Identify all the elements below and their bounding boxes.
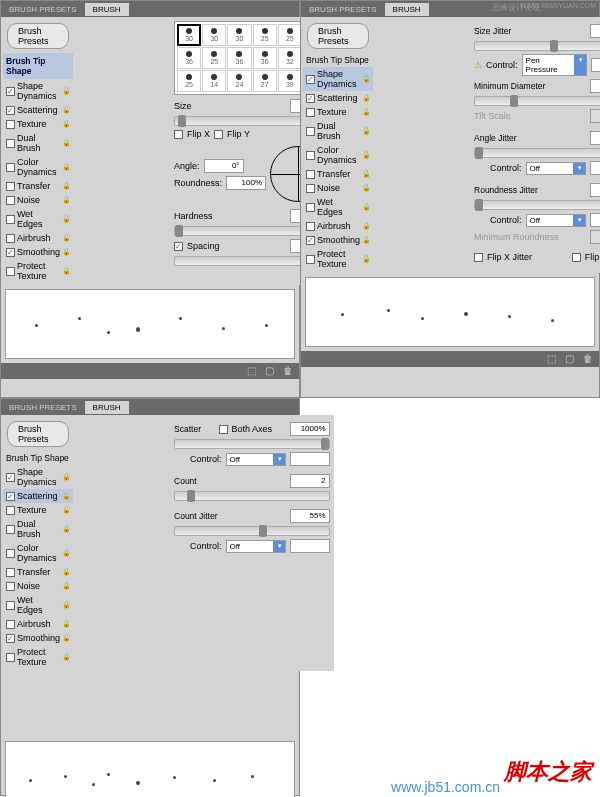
control-dropdown[interactable]: Off: [226, 453, 286, 466]
checkbox-icon[interactable]: [6, 196, 15, 205]
sidebar-tip-shape[interactable]: Brush Tip Shape: [303, 53, 373, 67]
new-icon[interactable]: ▢: [565, 353, 577, 365]
sidebar-transfer[interactable]: Transfer🔒: [3, 179, 73, 193]
brush-thumb[interactable]: 36: [253, 47, 277, 69]
brush-presets-button[interactable]: Brush Presets: [7, 23, 69, 49]
toggle-icon[interactable]: ⬚: [247, 365, 259, 377]
brush-thumb[interactable]: 32: [278, 47, 302, 69]
control-dropdown[interactable]: Off: [526, 162, 586, 175]
sidebar-color-dynamics[interactable]: Color Dynamics🔒: [3, 541, 73, 565]
checkbox-icon[interactable]: [6, 549, 15, 558]
brush-thumb[interactable]: 25: [177, 70, 201, 92]
sidebar-scattering[interactable]: Scattering🔒: [3, 489, 73, 503]
checkbox-icon[interactable]: [306, 222, 315, 231]
checkbox-icon[interactable]: [6, 506, 15, 515]
sidebar-airbrush[interactable]: Airbrush🔒: [3, 617, 73, 631]
checkbox-icon[interactable]: [6, 139, 15, 148]
trash-icon[interactable]: 🗑: [583, 353, 595, 365]
brush-thumb[interactable]: 25: [278, 24, 302, 46]
angle-jitter-value[interactable]: 0%: [590, 131, 600, 145]
sidebar-texture[interactable]: Texture🔒: [3, 503, 73, 517]
sidebar-shape-dynamics[interactable]: Shape Dynamics🔒: [303, 67, 373, 91]
sidebar-color-dynamics[interactable]: Color Dynamics🔒: [303, 143, 373, 167]
checkbox-icon[interactable]: [6, 182, 15, 191]
sidebar-transfer[interactable]: Transfer🔒: [303, 167, 373, 181]
checkbox-icon[interactable]: [6, 267, 15, 276]
tab-brush[interactable]: BRUSH: [85, 3, 129, 16]
flipy-jitter-checkbox[interactable]: [572, 253, 581, 262]
sidebar-noise[interactable]: Noise🔒: [3, 579, 73, 593]
sidebar-texture[interactable]: Texture🔒: [3, 117, 73, 131]
sidebar-protect-texture[interactable]: Protect Texture🔒: [3, 645, 73, 669]
sidebar-wet-edges[interactable]: Wet Edges🔒: [303, 195, 373, 219]
checkbox-icon[interactable]: [6, 248, 15, 257]
checkbox-icon[interactable]: [306, 75, 315, 84]
brush-thumb[interactable]: 25: [253, 24, 277, 46]
checkbox-icon[interactable]: [6, 582, 15, 591]
sidebar-smoothing[interactable]: Smoothing🔒: [3, 245, 73, 259]
sidebar-tip-shape[interactable]: Brush Tip Shape: [3, 451, 73, 465]
sidebar-smoothing[interactable]: Smoothing🔒: [3, 631, 73, 645]
sidebar-smoothing[interactable]: Smoothing🔒: [303, 233, 373, 247]
sidebar-scattering[interactable]: Scattering🔒: [3, 103, 73, 117]
scatter-slider[interactable]: [174, 439, 330, 449]
control-value[interactable]: [591, 58, 600, 72]
checkbox-icon[interactable]: [6, 634, 15, 643]
checkbox-icon[interactable]: [306, 203, 315, 212]
brush-thumb[interactable]: 36: [177, 47, 201, 69]
checkbox-icon[interactable]: [6, 87, 15, 96]
sidebar-airbrush[interactable]: Airbrush🔒: [3, 231, 73, 245]
sidebar-texture[interactable]: Texture🔒: [303, 105, 373, 119]
min-diameter-slider[interactable]: [474, 96, 600, 106]
count-slider[interactable]: [174, 491, 330, 501]
checkbox-icon[interactable]: [6, 525, 15, 534]
control-dropdown[interactable]: Pen Pressure: [522, 54, 587, 76]
new-icon[interactable]: ▢: [265, 365, 277, 377]
angle-value[interactable]: 0°: [204, 159, 244, 173]
checkbox-icon[interactable]: [6, 163, 15, 172]
brush-thumb[interactable]: 39: [278, 70, 302, 92]
flipx-jitter-checkbox[interactable]: [474, 253, 483, 262]
tab-brush[interactable]: BRUSH: [85, 401, 129, 414]
brush-presets-button[interactable]: Brush Presets: [307, 23, 369, 49]
toggle-icon[interactable]: ⬚: [547, 353, 559, 365]
checkbox-icon[interactable]: [306, 184, 315, 193]
sidebar-noise[interactable]: Noise🔒: [3, 193, 73, 207]
size-jitter-slider[interactable]: [474, 41, 600, 51]
brush-thumb[interactable]: 24: [227, 70, 251, 92]
brush-thumb[interactable]: 27: [253, 70, 277, 92]
checkbox-icon[interactable]: [306, 127, 315, 136]
sidebar-protect-texture[interactable]: Protect Texture🔒: [303, 247, 373, 271]
sidebar-dual-brush[interactable]: Dual Brush🔒: [3, 131, 73, 155]
checkbox-icon[interactable]: [6, 601, 15, 610]
sidebar-wet-edges[interactable]: Wet Edges🔒: [3, 207, 73, 231]
angle-jitter-slider[interactable]: [474, 148, 600, 158]
checkbox-icon[interactable]: [6, 120, 15, 129]
control-value[interactable]: [590, 161, 600, 175]
checkbox-icon[interactable]: [306, 108, 315, 117]
control-dropdown[interactable]: Off: [526, 214, 586, 227]
roundness-value[interactable]: 100%: [226, 176, 266, 190]
tab-presets[interactable]: BRUSH PRESETS: [1, 3, 85, 16]
tab-presets[interactable]: BRUSH PRESETS: [301, 3, 385, 16]
control-value[interactable]: [290, 452, 330, 466]
scatter-value[interactable]: 1000%: [290, 422, 330, 436]
sidebar-dual-brush[interactable]: Dual Brush🔒: [3, 517, 73, 541]
sidebar-color-dynamics[interactable]: Color Dynamics🔒: [3, 155, 73, 179]
checkbox-icon[interactable]: [306, 94, 315, 103]
brush-thumb[interactable]: 30: [202, 24, 226, 46]
brush-presets-button[interactable]: Brush Presets: [7, 421, 69, 447]
count-value[interactable]: 2: [290, 474, 330, 488]
control-dropdown[interactable]: Off: [226, 540, 286, 553]
count-jitter-value[interactable]: 55%: [290, 509, 330, 523]
checkbox-icon[interactable]: [6, 568, 15, 577]
control-value[interactable]: [290, 539, 330, 553]
flipx-checkbox[interactable]: [174, 130, 183, 139]
min-diameter-value[interactable]: 23%: [590, 79, 600, 93]
sidebar-protect-texture[interactable]: Protect Texture🔒: [3, 259, 73, 283]
sidebar-scattering[interactable]: Scattering🔒: [303, 91, 373, 105]
tab-presets[interactable]: BRUSH PRESETS: [1, 401, 85, 414]
spacing-checkbox[interactable]: [174, 242, 183, 251]
control-value[interactable]: [590, 213, 600, 227]
checkbox-icon[interactable]: [6, 234, 15, 243]
